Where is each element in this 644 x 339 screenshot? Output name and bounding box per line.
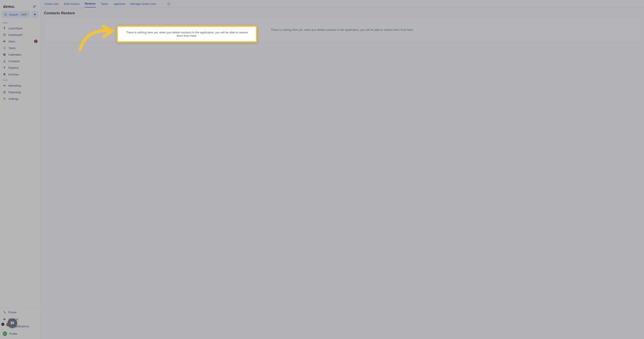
sidebar-item-marketing[interactable]: Marketing bbox=[0, 82, 40, 89]
sidebar-item-label: Profile bbox=[9, 332, 17, 336]
quick-action-button[interactable] bbox=[32, 11, 38, 18]
user-icon bbox=[3, 59, 6, 63]
tab-agencies[interactable]: Agencies bbox=[113, 0, 126, 7]
sidebar-item-label: Phone bbox=[8, 311, 17, 314]
calendar-icon bbox=[3, 53, 6, 56]
check-icon bbox=[3, 46, 6, 50]
sidebar-item-inbox[interactable]: Inbox 1 bbox=[0, 38, 40, 45]
search-label: Search bbox=[9, 13, 18, 16]
receipt-icon bbox=[3, 72, 6, 76]
sidebar: demo Search ctrl K Apps bbox=[0, 0, 40, 339]
sidebar-item-label: Pipeline bbox=[8, 66, 18, 70]
section-label-tools: Tools bbox=[0, 78, 40, 82]
sidebar-item-reporting[interactable]: Reporting bbox=[0, 89, 40, 96]
megaphone-icon bbox=[3, 84, 6, 87]
sidebar-bottom: Phone Support 7 13 • Notifications GR Pr… bbox=[0, 307, 40, 339]
svg-rect-8 bbox=[4, 35, 6, 36]
search-shortcut: ctrl K bbox=[20, 13, 28, 16]
tabbar: Smart Lists Bulk Actions Restore Tasks A… bbox=[40, 0, 644, 8]
sidebar-item-launchpad[interactable]: Launchpad bbox=[0, 25, 40, 32]
section-label-apps: Apps bbox=[0, 20, 40, 25]
sidebar-item-label: Calendars bbox=[8, 53, 21, 56]
sidebar-item-contacts[interactable]: Contacts bbox=[0, 58, 40, 64]
svg-rect-11 bbox=[3, 54, 6, 54]
svg-rect-16 bbox=[11, 322, 13, 322]
tab-tasks[interactable]: Tasks bbox=[100, 0, 108, 7]
main: Smart Lists Bulk Actions Restore Tasks A… bbox=[40, 0, 644, 339]
tab-manage-smart-lists[interactable]: Manage Smart Lists bbox=[130, 0, 156, 7]
sidebar-item-label: Marketing bbox=[8, 84, 21, 87]
sidebar-item-label: Settings bbox=[8, 97, 19, 100]
svg-point-14 bbox=[4, 98, 5, 99]
search-icon bbox=[4, 13, 7, 16]
support-icon bbox=[3, 318, 6, 321]
nav-apps: Launchpad Dashboard Inbox 1 Tasks Calend… bbox=[0, 25, 40, 78]
sidebar-item-label: Reporting bbox=[8, 90, 21, 94]
grid-icon bbox=[3, 33, 6, 36]
svg-point-18 bbox=[168, 3, 169, 4]
sidebar-item-support[interactable]: Support bbox=[0, 316, 40, 323]
sidebar-collapse-button[interactable] bbox=[32, 4, 37, 9]
inbox-badge: 1 bbox=[34, 40, 38, 43]
sidebar-item-label: Dashboard bbox=[8, 33, 22, 36]
sidebar-item-profile[interactable]: GR Profile bbox=[0, 330, 40, 338]
dot-icon bbox=[3, 97, 6, 100]
sidebar-item-invoices[interactable]: Invoices bbox=[0, 71, 40, 78]
chat-widget-button[interactable] bbox=[8, 318, 17, 328]
avatar: GR bbox=[3, 332, 7, 336]
page-title: Contacts Restore bbox=[44, 11, 640, 16]
sidebar-item-settings[interactable]: Settings bbox=[0, 96, 40, 102]
sidebar-item-phone[interactable]: Phone bbox=[0, 309, 40, 316]
tab-restore[interactable]: Restore bbox=[84, 0, 96, 8]
tab-smart-lists[interactable]: Smart Lists bbox=[44, 0, 59, 7]
sidebar-item-dashboard[interactable]: Dashboard bbox=[0, 32, 40, 38]
sidebar-item-label: Launchpad bbox=[8, 26, 22, 30]
sidebar-item-notifications[interactable]: 7 13 • Notifications bbox=[0, 323, 40, 330]
notifications-badge-dark: 7 bbox=[1, 323, 4, 326]
sidebar-item-label: Tasks bbox=[8, 46, 16, 50]
tab-divider bbox=[162, 2, 162, 6]
sidebar-item-label: Inbox bbox=[8, 40, 16, 43]
svg-rect-6 bbox=[4, 34, 6, 34]
tab-bulk-actions[interactable]: Bulk Actions bbox=[64, 0, 80, 7]
rocket-icon bbox=[3, 26, 6, 30]
svg-rect-5 bbox=[3, 34, 4, 34]
phone-icon bbox=[3, 310, 6, 314]
svg-point-3 bbox=[4, 14, 6, 16]
svg-point-9 bbox=[3, 47, 6, 49]
svg-point-12 bbox=[4, 60, 5, 61]
search-button[interactable]: Search ctrl K bbox=[2, 11, 30, 18]
svg-rect-15 bbox=[3, 318, 6, 320]
svg-line-4 bbox=[6, 15, 7, 16]
cloud-icon bbox=[3, 40, 6, 43]
sidebar-item-label: Contacts bbox=[8, 60, 20, 63]
svg-rect-7 bbox=[3, 35, 4, 36]
nav-tools: Marketing Reporting Settings bbox=[0, 82, 40, 102]
empty-state-panel: There is nothing here yet, when you dele… bbox=[44, 18, 640, 42]
sidebar-item-pipeline[interactable]: Pipeline bbox=[0, 64, 40, 71]
pie-icon bbox=[3, 90, 6, 94]
tab-settings-button[interactable] bbox=[167, 2, 170, 6]
sidebar-item-calendars[interactable]: Calendars bbox=[0, 51, 40, 58]
sidebar-item-tasks[interactable]: Tasks bbox=[0, 45, 40, 51]
funnel-icon bbox=[3, 66, 6, 70]
svg-rect-17 bbox=[11, 323, 12, 323]
sidebar-item-label: Invoices bbox=[8, 73, 19, 76]
brand-logo: demo bbox=[3, 4, 16, 9]
empty-state-message: There is nothing here yet, when you dele… bbox=[271, 28, 414, 32]
